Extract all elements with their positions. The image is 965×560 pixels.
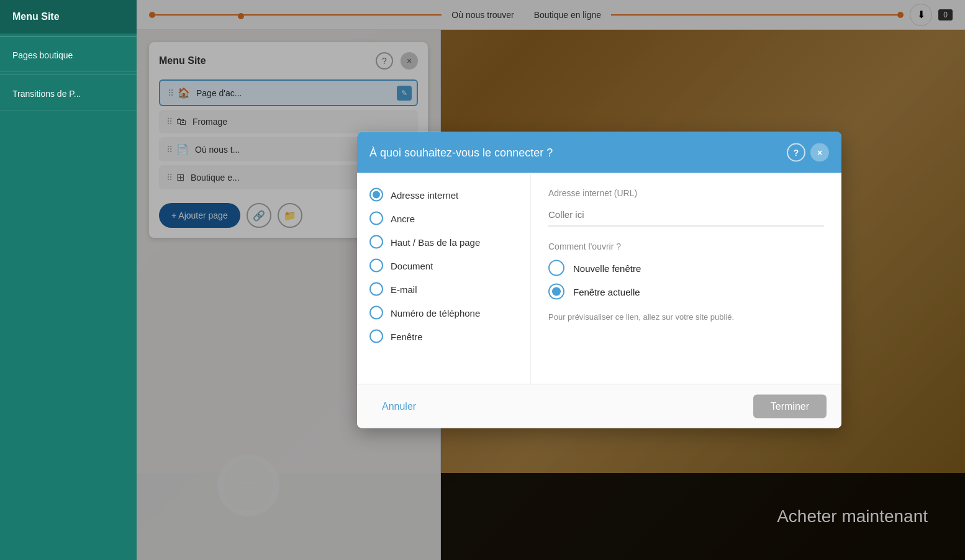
radio-label-haut-bas: Haut / Bas de la page (391, 237, 480, 247)
modal-right-panel: Adresse internet (URL) Comment l'ouvrir … (531, 173, 841, 384)
radio-circle-adresse (369, 188, 383, 202)
radio-circle-document (369, 259, 383, 273)
main-area: Où nous trouver Boutique en ligne ⬇ 0 CO… (137, 0, 965, 560)
modal-title: À quoi souhaitez-vous le connecter ? (369, 146, 553, 159)
preview-note: Pour prévisualiser ce lien, allez sur vo… (548, 312, 824, 322)
modal-left-panel: Adresse internet Ancre Haut / Bas de la … (357, 173, 531, 384)
radio-label-adresse: Adresse internet (391, 189, 458, 200)
radio-haut-bas[interactable]: Haut / Bas de la page (369, 235, 518, 249)
sidebar-divider-2 (0, 75, 137, 75)
radio-telephone[interactable]: Numéro de téléphone (369, 306, 518, 320)
radio-label-ancre: Ancre (391, 213, 415, 224)
modal-help-button[interactable]: ? (787, 143, 805, 162)
radio-circle-telephone (369, 306, 383, 320)
radio-lg-circle-nouvelle (548, 260, 564, 276)
radio-circle-fenetre (369, 330, 383, 343)
modal-header: À quoi souhaitez-vous le connecter ? ? × (357, 132, 841, 173)
radio-circle-ancre (369, 212, 383, 225)
modal-overlay[interactable]: À quoi souhaitez-vous le connecter ? ? ×… (137, 0, 965, 560)
radio-circle-email (369, 282, 383, 296)
radio-lg-circle-actuelle (548, 284, 564, 300)
modal-close-button[interactable]: × (810, 143, 829, 162)
radio-document[interactable]: Document (369, 259, 518, 273)
modal-body: Adresse internet Ancre Haut / Bas de la … (357, 173, 841, 384)
radio-lg-label-nouvelle: Nouvelle fenêtre (573, 263, 641, 273)
confirm-button[interactable]: Terminer (753, 395, 827, 418)
sidebar-item-pages-boutique[interactable]: Pages boutique (0, 39, 137, 72)
radio-nouvelle-fenetre[interactable]: Nouvelle fenêtre (548, 260, 824, 276)
radio-email[interactable]: E-mail (369, 282, 518, 296)
sidebar-divider (0, 36, 137, 37)
how-open-label: Comment l'ouvrir ? (548, 242, 824, 251)
radio-fenetre-actuelle[interactable]: Fenêtre actuelle (548, 284, 824, 300)
cancel-button[interactable]: Annuler (372, 395, 426, 418)
radio-label-fenetre: Fenêtre (391, 331, 423, 341)
radio-circle-haut-bas (369, 235, 383, 249)
radio-label-document: Document (391, 260, 433, 271)
radio-fenetre[interactable]: Fenêtre (369, 330, 518, 343)
radio-ancre[interactable]: Ancre (369, 212, 518, 225)
sidebar: Menu Site Pages boutique Transitions de … (0, 0, 137, 560)
radio-label-telephone: Numéro de téléphone (391, 307, 480, 318)
radio-label-email: E-mail (391, 284, 417, 294)
modal-header-buttons: ? × (787, 143, 829, 162)
url-form-label: Adresse internet (URL) (548, 188, 824, 198)
radio-adresse-internet[interactable]: Adresse internet (369, 188, 518, 202)
sidebar-item-transitions[interactable]: Transitions de P... (0, 78, 137, 111)
url-input[interactable] (548, 203, 824, 227)
sidebar-menu-button[interactable]: Menu Site (0, 0, 137, 34)
modal-footer: Annuler Terminer (357, 384, 841, 428)
radio-lg-label-actuelle: Fenêtre actuelle (573, 286, 640, 297)
connect-modal: À quoi souhaitez-vous le connecter ? ? ×… (357, 132, 841, 428)
